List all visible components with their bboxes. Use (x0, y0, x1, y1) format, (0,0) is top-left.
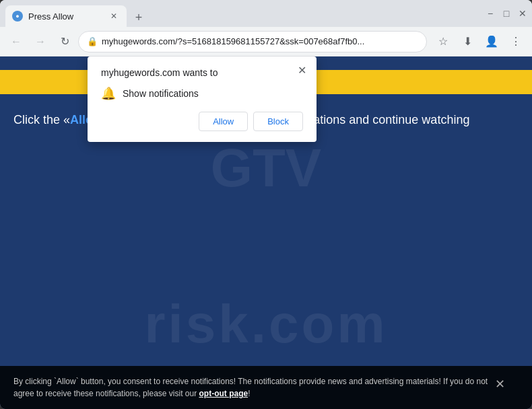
page-content: GTV risk.com 99% Click the «Allow» butto… (0, 57, 532, 409)
close-window-button[interactable]: ✕ (519, 9, 527, 17)
opt-out-link[interactable]: opt-out page (199, 389, 248, 398)
browser-window: ● Press Allow ✕ + − □ ✕ ← → ↻ 🔒 myhugewo… (0, 0, 532, 409)
tab-title: Press Allow (28, 11, 102, 22)
notification-popup: ✕ myhugewords.com wants to 🔔 Show notifi… (88, 57, 317, 142)
tab-area: ● Press Allow ✕ + (5, 0, 478, 27)
new-tab-button[interactable]: + (129, 8, 148, 27)
download-button[interactable]: ⬇ (457, 31, 478, 52)
main-text-prefix: Click the « (13, 113, 70, 126)
browser-tab[interactable]: ● Press Allow ✕ (5, 5, 127, 27)
lock-icon: 🔒 (87, 36, 98, 46)
profile-button[interactable]: 👤 (481, 31, 502, 52)
block-button[interactable]: Block (253, 112, 303, 131)
bookmark-button[interactable]: ☆ (432, 31, 454, 52)
window-controls: − □ ✕ (486, 9, 527, 17)
reload-button[interactable]: ↻ (54, 31, 75, 52)
popup-notification-row: 🔔 Show notifications (101, 86, 303, 101)
banner-text: By clicking `Allow` button, you consent … (13, 375, 488, 400)
tab-close-button[interactable]: ✕ (108, 10, 120, 22)
popup-notification-label: Show notifications (123, 88, 199, 99)
address-bar[interactable]: 🔒 myhugewords.com/?s=516818159681155727&… (78, 31, 427, 52)
tab-favicon: ● (12, 11, 23, 22)
banner-text-after: ! (248, 389, 250, 398)
watermark-bottom: risk.com (0, 293, 532, 355)
menu-button[interactable]: ⋮ (505, 31, 527, 52)
popup-close-button[interactable]: ✕ (294, 62, 310, 78)
banner-close-button[interactable]: ✕ (495, 377, 505, 392)
navigation-bar: ← → ↻ 🔒 myhugewords.com/?s=5168181596811… (0, 27, 532, 57)
banner-text-before: By clicking `Allow` button, you consent … (13, 377, 488, 398)
bell-icon: 🔔 (101, 86, 116, 101)
maximize-button[interactable]: □ (502, 9, 510, 17)
nav-actions: ☆ ⬇ 👤 ⋮ (432, 31, 527, 52)
minimize-button[interactable]: − (486, 9, 494, 17)
bottom-banner: By clicking `Allow` button, you consent … (0, 366, 532, 409)
back-button[interactable]: ← (5, 31, 27, 52)
watermark-top: GTV (0, 137, 532, 199)
title-bar: ● Press Allow ✕ + − □ ✕ (0, 0, 532, 27)
popup-site-text: myhugewords.com wants to (101, 67, 303, 78)
forward-button[interactable]: → (30, 31, 51, 52)
url-text: myhugewords.com/?s=516818159681155727&ss… (102, 36, 418, 46)
allow-button[interactable]: Allow (199, 112, 248, 131)
popup-action-buttons: Allow Block (101, 112, 303, 131)
